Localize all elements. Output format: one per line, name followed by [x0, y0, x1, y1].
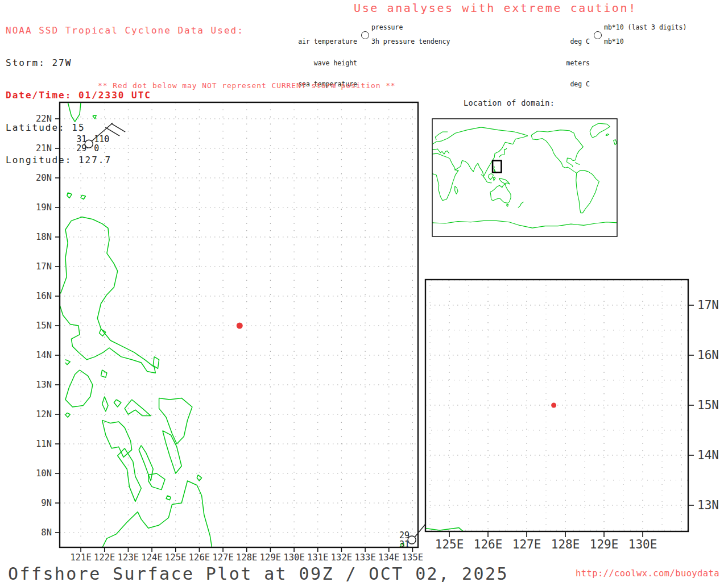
lat-tick-label: 16N — [36, 291, 52, 301]
coastline — [65, 360, 70, 365]
coastline — [483, 136, 528, 176]
wind-barb — [415, 524, 425, 537]
lon-axis: 125E126E127E128E129E130E — [435, 531, 657, 551]
legend-degc-top-label: deg C — [549, 38, 590, 45]
lon-tick-label: 134E — [378, 552, 399, 563]
lat-tick-label: 15N — [36, 321, 52, 331]
coastline — [494, 166, 497, 173]
coastline — [153, 357, 159, 369]
tc-info-storm: Storm: 27W — [6, 57, 244, 68]
lat-tick-label: 17N — [697, 298, 719, 312]
tc-info-longitude: Longitude: 127.7 — [6, 155, 244, 165]
station-circle-icon — [361, 31, 369, 39]
caution-title: Use analyses with extreme caution! — [354, 1, 637, 15]
lon-tick-label: 132E — [331, 552, 352, 563]
lat-tick-label: 14N — [697, 448, 719, 462]
coastline — [139, 446, 153, 481]
station-circle-icon — [594, 31, 602, 39]
coastline — [488, 174, 493, 180]
lon-tick-label: 125E — [165, 552, 186, 563]
lon-tick-label: 126E — [474, 538, 503, 551]
coastline — [401, 543, 404, 548]
coastline — [576, 171, 599, 213]
lon-tick-label: 123E — [118, 552, 139, 563]
tc-info-latitude: Latitude: 15 — [6, 122, 244, 133]
coastline — [102, 420, 132, 457]
lon-tick-label: 126E — [189, 552, 210, 563]
legend-units-left: deg C meters deg C — [549, 24, 590, 102]
lat-axis: 13N14N15N16N17N — [688, 298, 719, 512]
inset-map-title: Location of domain: — [464, 98, 555, 107]
lat-axis: 8N9N10N11N12N13N14N15N16N17N18N19N20N21N… — [36, 114, 60, 538]
coastline — [65, 370, 93, 407]
lon-tick-label: 124E — [141, 552, 162, 563]
map-border — [432, 119, 617, 236]
station-sea-temp: 31 — [399, 539, 410, 550]
tc-info-block: NOAA SSD Tropical Cyclone Data Used: Sto… — [6, 3, 244, 176]
coastline — [432, 170, 458, 201]
lat-tick-label: 13N — [697, 498, 719, 512]
lat-tick-label: 19N — [36, 202, 52, 213]
station-air-temp: 29 — [399, 530, 410, 541]
lon-tick-label: 129E — [590, 538, 619, 551]
storm-position-dot — [551, 402, 556, 408]
lat-tick-label: 8N — [41, 527, 52, 538]
plot-title: Offshore Surface Plot at 09Z / OCT 02, 2… — [8, 564, 508, 582]
coastline — [493, 177, 495, 181]
world-location-inset — [424, 114, 628, 242]
lon-tick-label: 130E — [628, 538, 657, 551]
lat-tick-label: 15N — [697, 398, 719, 412]
tc-info-source: NOAA SSD Tropical Cyclone Data Used: — [6, 25, 244, 36]
coastline — [163, 431, 181, 473]
lat-tick-label: 12N — [36, 409, 52, 419]
coastlines — [418, 267, 728, 557]
coastline — [435, 132, 448, 140]
coastline — [101, 481, 213, 550]
degree-grid — [425, 280, 688, 531]
units-legend: deg C meters deg C mb*10 (last 3 digits)… — [549, 24, 697, 47]
lat-tick-label: 11N — [36, 439, 52, 449]
lat-tick-label: 17N — [36, 261, 52, 272]
coastline — [432, 153, 448, 157]
legend-mb10-bot-label: mb*10 — [604, 38, 624, 45]
storm-position-dot — [237, 323, 243, 329]
coastline — [518, 202, 524, 207]
lon-tick-label: 130E — [283, 552, 304, 563]
lon-axis: 121E122E123E124E125E126E127E128E129E130E… — [70, 547, 423, 563]
coastline — [575, 163, 580, 164]
lat-tick-label: 9N — [41, 498, 52, 508]
minor-grid — [425, 280, 688, 531]
coastline — [606, 134, 609, 136]
coastline — [102, 397, 108, 411]
coastline — [567, 133, 584, 167]
lat-tick-label: 16N — [697, 348, 719, 362]
coastline — [499, 148, 507, 157]
coastline — [590, 123, 610, 138]
coastlines — [432, 123, 617, 228]
buoydata-url-link[interactable]: http://coolwx.com/buoydata — [576, 568, 719, 579]
coastline — [65, 413, 70, 417]
coastline — [53, 217, 155, 373]
coastline — [455, 186, 458, 194]
coastline — [614, 140, 617, 145]
lon-tick-label: 125E — [435, 538, 464, 551]
station-circle — [408, 536, 416, 544]
legend-wave-height-label: wave height — [295, 60, 357, 67]
lon-tick-label: 127E — [212, 552, 233, 563]
lat-tick-label: 13N — [36, 380, 52, 390]
legend-meters-label: meters — [549, 60, 590, 67]
coastline — [418, 458, 422, 477]
lon-tick-label: 133E — [354, 552, 375, 563]
coastline — [499, 178, 510, 184]
lon-tick-label: 128E — [236, 552, 257, 563]
coastline — [197, 475, 201, 481]
coastline — [100, 329, 106, 336]
legend-mb10-top-label: mb*10 (last 3 digits) — [604, 24, 686, 31]
lon-tick-label: 131E — [307, 552, 328, 563]
coastline — [148, 473, 165, 490]
coastline — [101, 370, 107, 377]
lat-tick-label: 18N — [36, 232, 52, 242]
coastline — [432, 149, 449, 154]
legend-air-temperature-label: air temperature — [295, 38, 357, 45]
coastline — [114, 400, 121, 407]
